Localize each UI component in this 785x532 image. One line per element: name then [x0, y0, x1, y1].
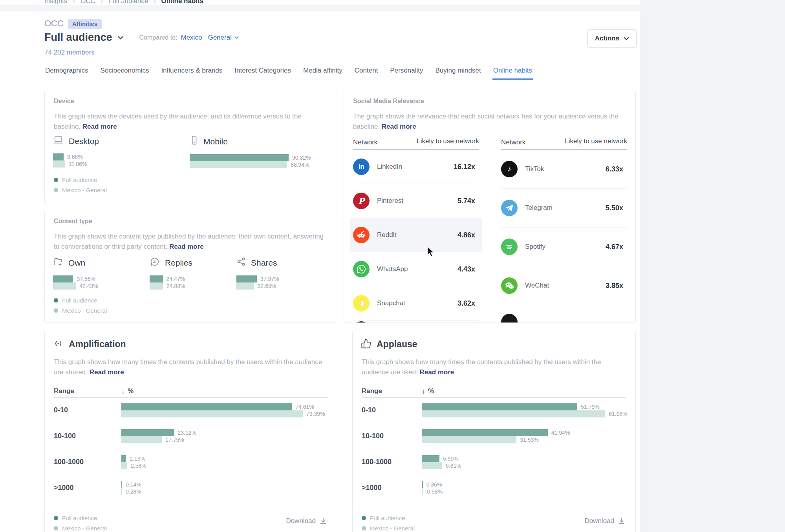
- tab-demographics[interactable]: Demographics: [44, 64, 89, 80]
- range-label: 100-1000: [54, 458, 121, 466]
- read-more-link[interactable]: Read more: [90, 368, 124, 376]
- breadcrumb-occ[interactable]: OCC: [81, 0, 95, 5]
- download-button[interactable]: Download: [286, 517, 327, 525]
- percent-sort-header[interactable]: ↓%: [121, 387, 134, 395]
- bar-value-label: 5.90%: [443, 455, 459, 462]
- bar-value-label: 11.06%: [69, 161, 87, 167]
- baseline-selector[interactable]: Mexico - General: [181, 34, 238, 42]
- bar-value-label: 0.14%: [126, 481, 141, 488]
- network-row-pinterest[interactable]: P Pinterest 5.74x: [353, 184, 479, 218]
- bar-full-audience: [121, 455, 126, 462]
- bar-value-label: 0.28%: [126, 488, 141, 495]
- tab-personality[interactable]: Personality: [389, 64, 424, 80]
- segment-selector[interactable]: Full audience: [44, 31, 112, 44]
- chat-bubble-icon: [150, 257, 160, 269]
- network-row-linkedin[interactable]: in LinkedIn 16.12x: [353, 150, 479, 184]
- read-more-link[interactable]: Read more: [82, 123, 117, 130]
- bar-value-label: 41.94%: [551, 430, 570, 436]
- tab-content[interactable]: Content: [354, 64, 379, 80]
- tab-bar: Demographics Socioeconomics Influencers …: [44, 64, 635, 80]
- thumbs-up-icon: [361, 338, 371, 350]
- bar-baseline: [53, 160, 65, 168]
- tab-media-affinity[interactable]: Media affinity: [302, 64, 343, 80]
- likely-to-use-sort-header[interactable]: Likely to use network: [417, 137, 479, 146]
- bar-full-audience: [422, 429, 548, 436]
- bar-full-audience: [121, 429, 174, 436]
- bar-value-label: 9.68%: [67, 154, 83, 160]
- legend-dot-full: [54, 516, 58, 520]
- audience-name: OCC: [44, 18, 64, 29]
- network-row-spotify[interactable]: Spotify 4.67x: [501, 228, 627, 266]
- legend-dot-baseline: [54, 188, 58, 192]
- bar-baseline: [190, 161, 287, 168]
- content-group-own: Own 37.56% 42.43%: [53, 257, 98, 290]
- legend-label: Full audience: [370, 515, 405, 521]
- device-group-desktop: Desktop 9.68% 11.06%: [53, 135, 99, 168]
- chevron-down-icon: [234, 36, 239, 39]
- read-more-link[interactable]: Read more: [419, 368, 454, 376]
- bar-baseline: [53, 282, 76, 290]
- bar-value-label: 2.13%: [130, 455, 145, 462]
- tab-buying-mindset[interactable]: Buying mindset: [434, 64, 481, 80]
- download-icon: [319, 517, 327, 525]
- legend-dot-full: [362, 516, 366, 520]
- network-row-reddit[interactable]: Reddit 4.86x: [350, 218, 482, 252]
- bar-value-label: 51.79%: [581, 404, 599, 410]
- applause-table: Range ↓% 0-10 51.79% 61.08% 10-100 41.94…: [362, 385, 626, 501]
- desktop-icon: [53, 135, 64, 147]
- network-row-wechat[interactable]: WeChat 3.85x: [501, 266, 627, 305]
- network-value: 4.67x: [606, 243, 623, 251]
- breadcrumb-full-audience[interactable]: Full audience: [108, 0, 148, 5]
- download-icon: [618, 517, 626, 525]
- chart-legend: Full audience Mexico - General: [362, 515, 415, 532]
- chart-legend: Full audience Mexico - General: [54, 177, 107, 193]
- content-group-shares: Shares 37.97% 32.69%: [236, 257, 279, 290]
- sort-arrow-icon: ↓: [121, 387, 125, 395]
- network-row-snapchat[interactable]: Snapchat 3.62x: [353, 286, 479, 321]
- bar-baseline: [422, 462, 442, 469]
- network-value: 6.33x: [606, 165, 623, 173]
- chevron-down-icon[interactable]: [117, 36, 124, 40]
- mobile-icon: [190, 135, 198, 148]
- network-row-telegram[interactable]: Telegram 5.50x: [501, 189, 627, 228]
- content-group-replies: Replies 24.47% 24.88%: [150, 257, 192, 290]
- bar-value-label: 90.32%: [292, 155, 311, 161]
- table-row: 0-10 74.61% 79.39%: [54, 397, 328, 423]
- actions-button[interactable]: Actions: [587, 29, 637, 47]
- range-label: 100-1000: [362, 458, 422, 466]
- legend-label: Mexico - General: [62, 187, 107, 193]
- tab-interest-categories[interactable]: Interest Categories: [234, 64, 292, 80]
- read-more-link[interactable]: Read more: [382, 123, 416, 130]
- amplification-icon: [53, 338, 64, 350]
- bar-value-label: 17.75%: [165, 437, 184, 443]
- network-column-right: Network Likely to use network ♪ TikTok 6…: [501, 137, 627, 323]
- bar-value-label: 0.58%: [427, 488, 443, 495]
- share-nodes-icon: [236, 257, 246, 269]
- social-media-relevance-card: Social Media Relevance The graph shows t…: [344, 91, 636, 323]
- bar-value-label: 31.53%: [520, 437, 538, 443]
- likely-to-use-sort-header[interactable]: Likely to use network: [565, 137, 627, 146]
- network-name: TikTok: [525, 165, 544, 173]
- bar-value-label: 37.56%: [77, 276, 95, 282]
- network-row-tiktok[interactable]: ♪ TikTok 6.33x: [501, 150, 627, 189]
- device-group-mobile: Mobile 90.32% 88.94%: [190, 135, 311, 168]
- bar-full-audience: [190, 154, 289, 161]
- network-name: Telegram: [525, 204, 553, 212]
- tab-socioeconomics[interactable]: Socioeconomics: [100, 64, 150, 80]
- tab-influencers-brands[interactable]: Influencers & brands: [160, 64, 223, 80]
- read-more-link[interactable]: Read more: [169, 243, 204, 250]
- spotify-icon: [501, 239, 518, 255]
- range-label: 0-10: [362, 406, 422, 414]
- legend-dot-baseline: [54, 308, 58, 313]
- network-row-whatsapp[interactable]: WhatsApp 4.43x: [353, 252, 479, 286]
- breadcrumb-insights[interactable]: Insights: [44, 0, 68, 5]
- card-title: Device: [54, 98, 337, 105]
- tab-online-habits[interactable]: Online habits: [492, 64, 533, 80]
- tiktok-icon: ♪: [501, 161, 518, 177]
- bar-full-audience: [53, 275, 73, 282]
- percent-sort-header[interactable]: ↓%: [422, 387, 434, 395]
- network-value: 4.43x: [457, 265, 475, 273]
- bar-value-label: 23.12%: [178, 430, 196, 436]
- folder-plus-icon: [53, 257, 63, 269]
- download-button[interactable]: Download: [584, 517, 626, 525]
